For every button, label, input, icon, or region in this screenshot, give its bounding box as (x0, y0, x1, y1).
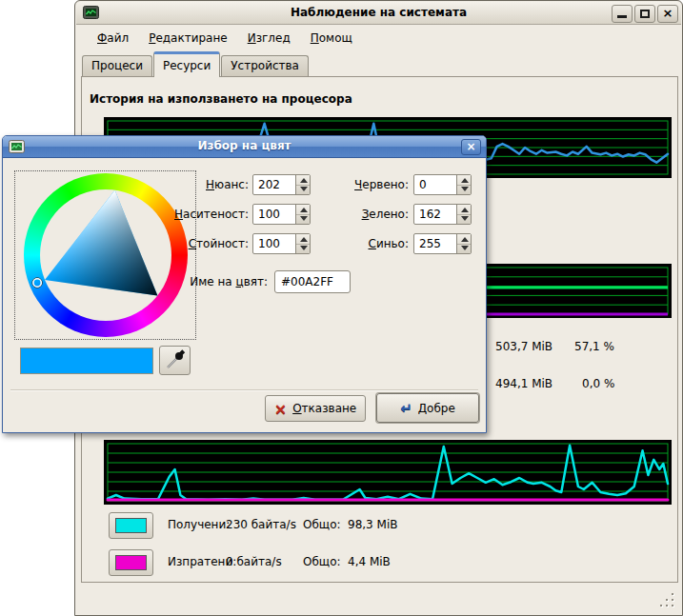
saturation-label: Наситеност: (146, 204, 249, 225)
saturation-value-triangle[interactable] (24, 173, 188, 337)
spin-up-icon (461, 178, 469, 183)
memory-used-percent: 57,1 % (574, 340, 614, 353)
sent-total-label: Общо: (303, 555, 341, 568)
statusbar (76, 583, 681, 614)
hue-spin-arrows[interactable] (295, 175, 310, 194)
menubar: Файл Редактиране Изглед Помощ (76, 26, 681, 50)
hue-label: Нюанс: (146, 174, 249, 195)
spin-down-icon (461, 246, 469, 250)
swap-used-percent: 0,0 % (582, 377, 614, 390)
saturation-spin-arrows[interactable] (295, 205, 310, 224)
cancel-button[interactable]: × Отказване (265, 395, 366, 422)
close-icon: × (663, 6, 673, 20)
hue-spinbox[interactable]: 202 (252, 174, 311, 195)
swap-used-value: 494,1 MiB (495, 377, 552, 390)
spin-up-icon (300, 178, 308, 183)
menu-file[interactable]: Файл (95, 30, 131, 47)
minimize-icon (617, 15, 627, 18)
dialog-close-icon: × (466, 140, 475, 153)
cpu-history-heading: История на използването на процесора (90, 92, 352, 106)
dialog-close-button[interactable]: × (461, 139, 481, 155)
color-preview-swatch (20, 348, 153, 374)
memory-used-value: 503,7 MiB (495, 340, 552, 353)
network-chart-canvas (104, 440, 672, 505)
received-color-swatch (115, 518, 147, 533)
tab-devices[interactable]: Устройства (221, 55, 309, 77)
saturation-spinbox[interactable]: 100 (252, 204, 311, 225)
eyedropper-button[interactable] (159, 346, 191, 375)
dialog-titlebar[interactable]: Избор на цвят × (3, 136, 486, 158)
red-spin-arrows[interactable] (456, 175, 471, 194)
resize-grip[interactable] (659, 592, 673, 606)
color-name-input[interactable]: #00A2FF (274, 270, 351, 293)
received-total-label: Общо: (303, 518, 341, 531)
red-label: Червено: (327, 174, 409, 195)
received-total-value: 98,3 MiB (348, 518, 397, 531)
ok-icon: ↵ (400, 400, 412, 417)
ok-button-label: Добре (418, 402, 455, 415)
spin-down-icon (300, 216, 308, 221)
spin-down-icon (461, 187, 469, 191)
green-spin-arrows[interactable] (456, 205, 471, 224)
eyedropper-icon (160, 347, 190, 374)
tab-resources[interactable]: Ресурси (153, 51, 220, 77)
received-label: Получени: (168, 518, 230, 531)
main-titlebar[interactable]: Наблюдение на системата × (76, 2, 681, 25)
screenshot-stage: Наблюдение на системата × Файл Редактира… (0, 0, 683, 616)
color-name-label: Име на цвят: (146, 271, 268, 292)
menu-help[interactable]: Помощ (309, 30, 354, 47)
received-rate: 230 байта/s (226, 518, 296, 531)
tab-processes[interactable]: Процеси (82, 55, 152, 77)
blue-spin-arrows[interactable] (456, 234, 471, 253)
sent-rate: 0 байта/s (226, 555, 282, 568)
green-label: Зелено: (327, 204, 409, 225)
maximize-button[interactable] (634, 5, 655, 23)
sent-color-swatch (115, 555, 147, 570)
spin-down-icon (300, 187, 308, 191)
spin-up-icon (461, 208, 469, 212)
menu-view[interactable]: Изглед (246, 30, 292, 47)
tab-bar: Процеси Ресурси Устройства (82, 51, 310, 77)
maximize-icon (640, 10, 650, 18)
value-spinbox[interactable]: 100 (252, 233, 311, 254)
dialog-separator (10, 389, 478, 391)
sent-color-button[interactable] (109, 549, 153, 576)
value-spin-arrows[interactable] (295, 234, 310, 253)
close-button[interactable]: × (657, 5, 678, 23)
value-label: Стойност: (146, 233, 249, 254)
ok-button[interactable]: ↵ Добре (376, 393, 479, 423)
spin-down-icon (300, 246, 308, 250)
minimize-button[interactable] (612, 5, 633, 23)
blue-label: Синьо: (327, 233, 409, 254)
spin-down-icon (461, 216, 469, 221)
spin-up-icon (461, 237, 469, 242)
red-spinbox[interactable]: 0 (413, 174, 472, 195)
spin-up-icon (300, 208, 308, 212)
cancel-button-label: Отказване (292, 402, 356, 415)
spin-up-icon (300, 237, 308, 242)
menu-edit[interactable]: Редактиране (147, 30, 230, 47)
dialog-title: Избор на цвят (3, 139, 486, 152)
color-picker-dialog: Избор на цвят × (2, 135, 487, 433)
blue-spinbox[interactable]: 255 (413, 233, 472, 254)
main-window-title: Наблюдение на системата (76, 6, 681, 19)
sent-total-value: 4,4 MiB (348, 555, 391, 568)
network-history-chart (104, 440, 672, 505)
received-color-button[interactable] (109, 512, 153, 539)
cancel-icon: × (274, 400, 287, 418)
green-spinbox[interactable]: 162 (413, 204, 472, 225)
